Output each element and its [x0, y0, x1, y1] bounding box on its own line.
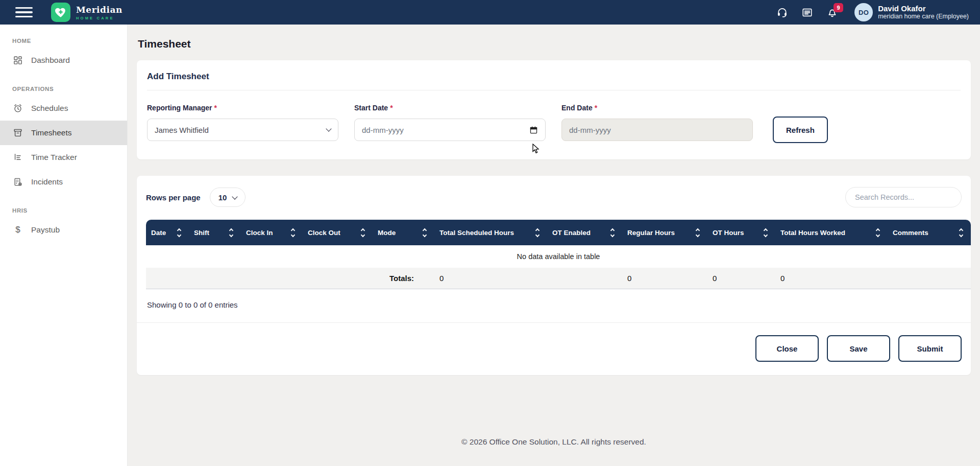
rows-per-page: Rows per page 10 [146, 188, 246, 207]
totals-row: Totals: 0 0 0 0 [146, 268, 971, 289]
totals-label: Totals: [373, 268, 434, 289]
news-button[interactable] [801, 7, 813, 18]
label-text: Reporting Manager [147, 104, 212, 112]
sort-icon [230, 229, 235, 237]
column-header-clock-in[interactable]: Clock In [241, 220, 303, 245]
refresh-button[interactable]: Refresh [773, 116, 828, 143]
totals-cell-clock-out [303, 268, 373, 289]
totals-ot-hours: 0 [707, 268, 775, 289]
required-marker: * [595, 104, 597, 112]
end-date-field: End Date* [561, 104, 753, 141]
brand-name: Meridian [76, 5, 122, 15]
required-marker: * [390, 104, 393, 112]
timesheet-table-card: Rows per page 10 Date Shift Clock In Cl [137, 176, 971, 375]
end-date-input[interactable] [569, 126, 745, 134]
calendar-icon[interactable] [529, 126, 538, 134]
reporting-manager-select[interactable]: James Whitfield [147, 119, 338, 141]
sidebar-item-dashboard[interactable]: Dashboard [0, 48, 127, 73]
brand-tagline: HOME CARE [76, 16, 122, 20]
totals-regular-hours: 0 [622, 268, 707, 289]
column-label: Clock Out [308, 229, 340, 237]
column-label: Total Scheduled Hours [439, 229, 514, 237]
sidebar-item-label: Paystub [31, 225, 60, 235]
sidebar-item-incidents[interactable]: Incidents [0, 170, 127, 194]
notification-badge: 9 [834, 3, 843, 12]
column-header-total-scheduled-hours[interactable]: Total Scheduled Hours [434, 220, 547, 245]
label-text: End Date [561, 104, 593, 112]
column-header-date[interactable]: Date [146, 220, 189, 245]
sort-icon [423, 229, 428, 237]
column-header-regular-hours[interactable]: Regular Hours [622, 220, 707, 245]
save-button[interactable]: Save [827, 335, 890, 362]
sort-icon [611, 229, 616, 237]
sidebar-item-label: Schedules [31, 104, 68, 113]
empty-message: No data available in table [146, 245, 971, 268]
action-buttons: Close Save Submit [146, 323, 962, 362]
totals-cell-comments [888, 268, 971, 289]
notifications-button[interactable]: 9 [826, 7, 838, 18]
entries-summary: Showing 0 to 0 of 0 entries [146, 300, 962, 309]
tracker-list-icon [12, 152, 23, 162]
end-date-label: End Date* [561, 104, 753, 112]
start-date-input[interactable] [362, 126, 529, 134]
totals-cell-clock-in [241, 268, 303, 289]
sidebar-section-home: HOME [0, 25, 127, 48]
page-title: Timesheet [137, 25, 971, 60]
sidebar-section-operations: OPERATIONS [0, 73, 127, 96]
column-label: Shift [194, 229, 209, 237]
column-label: Clock In [246, 229, 273, 237]
column-header-clock-out[interactable]: Clock Out [303, 220, 373, 245]
table-topbar: Rows per page 10 [146, 187, 962, 207]
sort-icon [291, 229, 297, 237]
chevron-down-icon [326, 126, 331, 131]
rows-per-page-select[interactable]: 10 [210, 188, 246, 207]
reporting-manager-label: Reporting Manager* [147, 104, 338, 112]
column-header-ot-hours[interactable]: OT Hours [707, 220, 775, 245]
totals-cell-shift [189, 268, 241, 289]
reporting-manager-value: James Whitfield [155, 126, 209, 134]
chevron-down-icon [232, 194, 238, 199]
sort-icon [536, 229, 541, 237]
top-navbar: Meridian HOME CARE 9 [0, 0, 980, 25]
sidebar-item-timesheets[interactable]: Timesheets [0, 121, 127, 145]
navbar-actions: 9 DO David Okafor meridian home care (Em… [776, 3, 980, 21]
column-label: Total Hours Worked [780, 229, 845, 237]
column-header-total-hours-worked[interactable]: Total Hours Worked [775, 220, 888, 245]
search-records-input[interactable] [845, 187, 962, 207]
menu-toggle-button[interactable] [15, 7, 33, 18]
start-date-field: Start Date* [354, 104, 546, 141]
close-button[interactable]: Close [755, 335, 819, 362]
timesheet-table: Date Shift Clock In Clock Out Mode Total… [146, 220, 971, 289]
table-header-row: Date Shift Clock In Clock Out Mode Total… [146, 220, 971, 245]
end-date-control [561, 119, 753, 141]
column-header-ot-enabled[interactable]: OT Enabled [547, 220, 622, 245]
building-icon [12, 177, 23, 187]
user-menu[interactable]: DO David Okafor meridian home care (Empl… [854, 3, 969, 21]
sidebar-section-hris: HRIS [0, 194, 127, 218]
support-headset-button[interactable] [776, 7, 788, 18]
reporting-manager-field: Reporting Manager* James Whitfield [147, 104, 338, 141]
alarm-clock-icon [12, 103, 23, 113]
avatar: DO [854, 3, 873, 21]
column-header-shift[interactable]: Shift [189, 220, 241, 245]
totals-total-hours-worked: 0 [775, 268, 888, 289]
sidebar: HOME Dashboard OPERATIONS Schedules [0, 25, 128, 466]
sidebar-item-label: Dashboard [31, 56, 70, 65]
sidebar-item-time-tracker[interactable]: Time Tracker [0, 145, 127, 170]
sort-icon [178, 229, 183, 237]
column-header-comments[interactable]: Comments [888, 220, 971, 245]
add-timesheet-card: Add Timesheet Reporting Manager* James W… [137, 60, 971, 159]
empty-table-row: No data available in table [146, 245, 971, 268]
user-role: meridian home care (Employee) [878, 13, 969, 20]
submit-button[interactable]: Submit [898, 335, 962, 362]
sidebar-item-label: Timesheets [31, 128, 72, 137]
sidebar-item-paystub[interactable]: $ Paystub [0, 218, 127, 242]
brand[interactable]: Meridian HOME CARE [51, 3, 122, 22]
card-title: Add Timesheet [147, 72, 961, 90]
column-header-mode[interactable]: Mode [373, 220, 434, 245]
copyright-footer: © 2026 Office One Solution, LLC. All rig… [137, 437, 971, 447]
main-content: Timesheet Add Timesheet Reporting Manage… [128, 0, 980, 447]
label-text: Start Date [354, 104, 388, 112]
dollar-icon: $ [12, 225, 23, 235]
sidebar-item-schedules[interactable]: Schedules [0, 96, 127, 121]
